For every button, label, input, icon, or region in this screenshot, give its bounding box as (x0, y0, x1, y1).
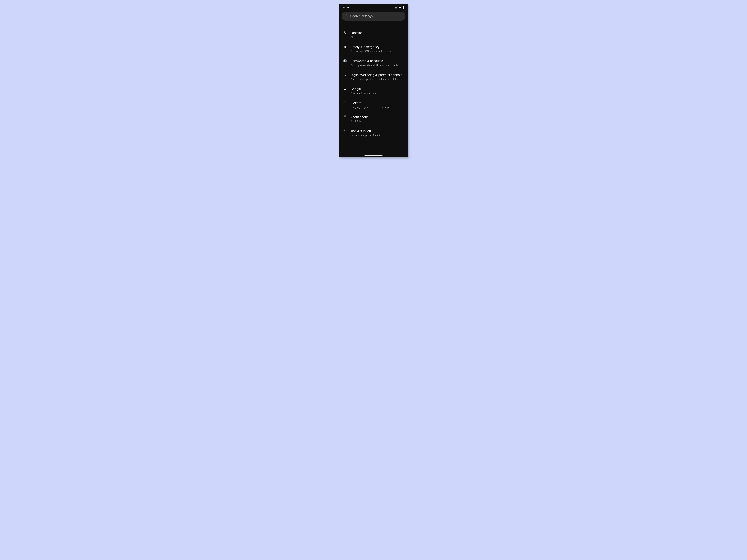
settings-item-title: Passwords & accounts (351, 59, 405, 63)
wellbeing-icon (343, 73, 347, 77)
previous-item-cutoff (339, 22, 408, 28)
settings-item-subtitle: Pixel 6 Pro (351, 119, 405, 123)
settings-item-safety[interactable]: Safety & emergency Emergency SOS, medica… (339, 42, 408, 56)
location-pin-icon (343, 31, 347, 35)
home-indicator[interactable] (364, 155, 383, 156)
settings-item-google[interactable]: G Google Services & preferences (339, 84, 408, 98)
settings-item-subtitle: Screen time, app timers, bedtime schedul… (351, 78, 405, 81)
settings-item-wellbeing[interactable]: Digital Wellbeing & parental controls Sc… (339, 70, 408, 84)
settings-item-system[interactable]: System Languages, gestures, time, backup (339, 98, 408, 112)
search-icon (345, 14, 348, 18)
status-icons (395, 6, 404, 9)
settings-item-title: Tips & support (351, 129, 405, 133)
info-circle-icon (343, 101, 347, 105)
battery-icon (403, 6, 404, 9)
settings-item-location[interactable]: Location Off (339, 28, 408, 42)
settings-item-title: Google (351, 87, 405, 91)
svg-point-8 (345, 60, 345, 61)
dnd-icon (395, 6, 397, 9)
svg-point-9 (345, 74, 345, 74)
settings-item-subtitle: Help articles, phone & chat (351, 134, 405, 137)
settings-item-title: System (351, 101, 405, 105)
account-box-icon (343, 59, 347, 63)
settings-item-subtitle: Services & preferences (351, 91, 405, 95)
help-circle-icon (343, 129, 347, 133)
screenshot-stage: 11:43 Sear (265, 0, 482, 162)
settings-item-subtitle: Emergency SOS, medical info, alerts (351, 50, 405, 53)
settings-item-title: Location (351, 31, 405, 35)
settings-item-subtitle: Languages, gestures, time, backup (351, 106, 405, 109)
settings-item-about-phone[interactable]: About phone Pixel 6 Pro (339, 112, 408, 126)
settings-item-title: Digital Wellbeing & parental controls (351, 73, 405, 77)
search-placeholder: Search settings (350, 14, 372, 18)
svg-rect-2 (403, 6, 404, 6)
settings-item-subtitle: Off (351, 36, 405, 39)
settings-item-title: Safety & emergency (351, 45, 405, 49)
settings-list[interactable]: Location Off Safety & emergency Emergenc… (339, 28, 408, 140)
svg-point-6 (345, 32, 345, 33)
settings-item-subtitle: Saved passwords, autofill, synced accoun… (351, 64, 405, 67)
status-clock: 11:43 (343, 6, 349, 9)
svg-rect-3 (403, 6, 404, 9)
phone-frame: 11:43 Sear (339, 4, 408, 157)
settings-item-tips-support[interactable]: Tips & support Help articles, phone & ch… (339, 126, 408, 140)
svg-line-5 (347, 16, 347, 17)
svg-point-18 (345, 132, 345, 132)
medical-asterisk-icon (343, 45, 347, 49)
settings-item-title: About phone (351, 115, 405, 119)
status-bar: 11:43 (339, 4, 408, 10)
svg-point-16 (345, 118, 345, 118)
search-settings[interactable]: Search settings (341, 11, 406, 21)
phone-device-icon (343, 115, 347, 119)
settings-item-passwords[interactable]: Passwords & accounts Saved passwords, au… (339, 56, 408, 70)
google-g-icon: G (343, 87, 347, 91)
wifi-icon (398, 6, 401, 9)
svg-point-12 (345, 102, 345, 103)
